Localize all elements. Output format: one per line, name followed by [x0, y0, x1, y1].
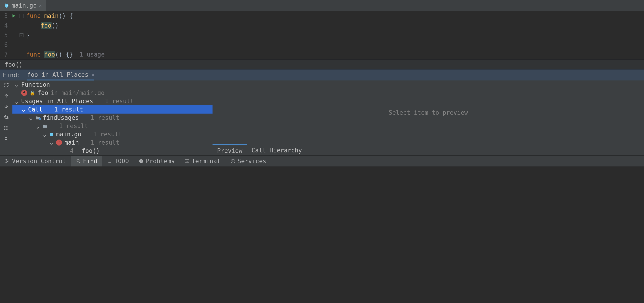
find-preview-pane: Select item to preview Preview Call Hier… [212, 80, 644, 155]
find-scope-tab[interactable]: foo in All Places ✕ [27, 70, 94, 80]
list-icon [108, 159, 112, 163]
tree-node-occurrence[interactable]: 4 foo() [12, 147, 212, 155]
tool-find[interactable]: Find [71, 156, 102, 166]
svg-point-5 [5, 3, 6, 4]
code-editor[interactable]: 3 − func main() { 4 foo() 5 − } 6 7 func… [0, 11, 644, 59]
tab-call-hierarchy[interactable]: Call Hierarchy [247, 145, 306, 155]
lock-icon: 🔒 [30, 90, 35, 96]
code-line: func main() { [24, 12, 73, 19]
chevron-down-icon[interactable]: ⌄ [49, 139, 54, 146]
svg-point-4 [7, 5, 8, 5]
tool-services[interactable]: Services [226, 156, 272, 166]
line-number: 6 [0, 41, 9, 48]
svg-rect-10 [6, 126, 8, 128]
branch-icon [5, 159, 10, 163]
terminal-icon [185, 159, 189, 163]
go-file-icon [4, 3, 9, 8]
close-find-tab-icon[interactable]: ✕ [92, 72, 94, 77]
svg-point-16 [52, 134, 52, 134]
chevron-down-icon[interactable]: ⌄ [14, 81, 19, 88]
tool-problems[interactable]: Problems [134, 156, 180, 166]
folder-icon [42, 124, 48, 128]
refresh-icon[interactable] [4, 82, 9, 88]
function-badge-icon: f [21, 90, 27, 96]
module-folder-icon [36, 116, 40, 120]
chevron-down-icon[interactable]: ⌄ [21, 106, 26, 113]
tree-node-main-func[interactable]: ⌄ f main 1 result [12, 138, 212, 147]
tree-node-foo-definition[interactable]: f 🔒 foo in main/main.go [12, 89, 212, 97]
svg-point-19 [8, 160, 9, 161]
file-tab-main-go[interactable]: main.go ✕ [0, 0, 46, 11]
svg-point-6 [8, 3, 8, 4]
breadcrumb[interactable]: foo() [0, 59, 644, 69]
tree-node-findusages[interactable]: ⌄ findUsages 1 result [12, 114, 212, 122]
editor-tab-bar: main.go ✕ [0, 0, 644, 11]
svg-point-15 [51, 134, 51, 134]
search-icon [76, 159, 81, 163]
find-results-tree[interactable]: ⌄ Function f 🔒 foo in main/main.go ⌄ Usa… [12, 80, 212, 155]
chevron-down-icon[interactable]: ⌄ [36, 123, 40, 129]
tool-version-control[interactable]: Version Control [0, 156, 71, 166]
tool-terminal[interactable]: Terminal [180, 156, 226, 166]
find-panel: ⌄ Function f 🔒 foo in main/main.go ⌄ Usa… [0, 80, 644, 155]
line-number: 3 [0, 12, 9, 19]
svg-point-12 [50, 133, 53, 136]
warning-icon [139, 159, 144, 163]
preview-placeholder: Select item to preview [212, 80, 644, 145]
line-number: 4 [0, 22, 9, 29]
chevron-down-icon[interactable]: ⌄ [42, 131, 47, 138]
svg-marker-26 [232, 160, 234, 162]
group-by-icon[interactable] [4, 126, 9, 131]
tab-preview[interactable]: Preview [212, 144, 247, 155]
tree-node-function[interactable]: ⌄ Function [12, 80, 212, 89]
code-line: foo() [24, 22, 59, 29]
svg-rect-9 [4, 129, 6, 130]
svg-marker-7 [12, 14, 15, 17]
more-icon[interactable] [4, 136, 9, 141]
file-tab-label: main.go [12, 2, 37, 9]
code-line: func foo() {}1 usage [24, 51, 105, 58]
tree-node-call[interactable]: ⌄ Call 1 result [12, 105, 212, 114]
svg-rect-22 [141, 160, 142, 162]
preview-tabs: Preview Call Hierarchy [212, 145, 644, 155]
function-badge-icon: f [56, 140, 62, 146]
code-line: } [24, 32, 30, 39]
arrow-down-icon[interactable] [4, 104, 9, 109]
fold-start-icon[interactable]: − [18, 14, 24, 18]
find-label: Find: [3, 72, 21, 79]
tool-window-bar: Version Control Find TODO Problems Termi… [0, 155, 644, 166]
chevron-down-icon[interactable]: ⌄ [14, 98, 19, 105]
gear-icon[interactable] [4, 114, 9, 120]
play-icon [231, 159, 235, 163]
close-tab-icon[interactable]: ✕ [39, 3, 42, 8]
line-number: 5 [0, 32, 9, 39]
svg-point-20 [77, 160, 79, 162]
arrow-up-icon[interactable] [4, 93, 9, 98]
svg-rect-23 [141, 162, 142, 162]
run-gutter-icon[interactable] [9, 14, 18, 18]
chevron-down-icon[interactable]: ⌄ [28, 114, 33, 121]
svg-rect-8 [4, 126, 6, 128]
svg-rect-11 [6, 129, 8, 130]
tree-node-folder[interactable]: ⌄ 1 result [12, 122, 212, 130]
fold-end-icon[interactable]: − [18, 33, 24, 37]
find-toolbar [0, 80, 12, 155]
svg-rect-24 [185, 160, 189, 163]
tree-node-main-go[interactable]: ⌄ main.go 1 result [12, 130, 212, 138]
svg-point-17 [6, 159, 7, 160]
svg-point-3 [6, 5, 6, 5]
usage-hint[interactable]: 1 usage [80, 51, 105, 58]
tool-todo[interactable]: TODO [102, 156, 134, 166]
line-number: 7 [0, 51, 9, 58]
find-header: Find: foo in All Places ✕ [0, 69, 644, 80]
tree-node-usages[interactable]: ⌄ Usages in All Places 1 result [12, 97, 212, 105]
go-file-icon [49, 132, 54, 137]
